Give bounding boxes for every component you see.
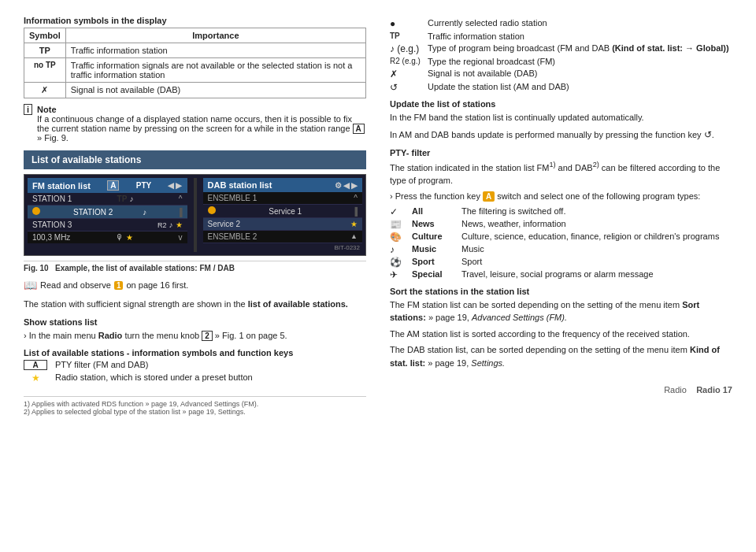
read-observe: 📖 Read and observe 1 on page 16 first. (24, 279, 366, 291)
pty-music-label: Music (412, 244, 455, 254)
update-station-text: Update the station list (AM and DAB) (428, 82, 732, 91)
dab-ensemble-1-label: ENSEMBLE 1 (208, 194, 258, 202)
show-stations-text: › In the main menu Radio turn the menu k… (24, 329, 366, 343)
dab-star-service2: ★ (350, 220, 358, 228)
sort-text-2: The AM station list is sorted according … (390, 328, 732, 341)
fm-station-3-label: STATION 3 (32, 220, 72, 229)
page-ref-badge: 1 (114, 281, 124, 290)
fm-station-3-icons: R2 ♪ ★ (158, 220, 183, 229)
pty-row-all: ✓ All The filtering is switched off. (390, 206, 732, 217)
fm-station-2-label: STATION 2 (73, 208, 113, 217)
dab-arrow-left[interactable]: ◀ (343, 181, 350, 190)
right-item-no-signal: ✗ Signal is not available (DAB) (390, 69, 732, 80)
dab-service-2-row[interactable]: Service 2 ★ (203, 218, 363, 231)
pty-all-label: All (412, 206, 455, 216)
importance-notp: Traffic information signals are not avai… (65, 58, 365, 83)
read-text-after: on page 16 first. (126, 280, 188, 290)
pty-types-list: ✓ All The filtering is switched off. 📰 N… (390, 206, 732, 280)
update-text-1: In the FM band the station list is conti… (390, 111, 732, 124)
pty-news-label: News (412, 219, 455, 228)
section-box-available-stations: List of available stations (24, 150, 366, 169)
radio-divider (194, 178, 197, 252)
pty-row-news: 📰 News News, weather, information (390, 219, 732, 230)
note-icon: i (24, 104, 32, 115)
fm-scrollbar-2: ▐ (176, 208, 182, 217)
symbol-notp: no TP (24, 58, 66, 83)
right-item-tp: TP Traffic information station (390, 31, 732, 41)
music-right-icon: ♪ (e.g.) (390, 43, 421, 54)
importance-nosignal: Signal is not available (DAB) (65, 83, 365, 98)
dab-ensemble-2-icon: ▲ (350, 232, 358, 240)
dab-nav-arrows[interactable]: ⚙ ◀ ▶ (335, 181, 358, 190)
fm-station-3-row[interactable]: STATION 3 R2 ♪ ★ (28, 219, 187, 232)
fm-arrow-left[interactable]: ◀ (168, 181, 174, 190)
fm-arrow-right[interactable]: ▶ (176, 181, 182, 190)
symbol-header: Symbol (24, 28, 66, 43)
pty-filter-label: PTY filter (FM and DAB) (55, 360, 148, 369)
page-number: Radio 17 (696, 385, 732, 395)
star-icon-3: ★ (176, 220, 183, 229)
music-icon-1: ♪ (129, 194, 133, 203)
note-text: If a continuous change of a displayed st… (37, 114, 352, 133)
refresh-icon: ↺ (390, 82, 421, 93)
right-item-update: ↺ Update the station list (AM and DAB) (390, 82, 732, 93)
regional-icon: R2 (e.g.) (390, 57, 421, 65)
table-row: TP Traffic information station (24, 43, 366, 58)
pty-row-sport: ⚽ Sport Sport (390, 257, 732, 268)
dab-arrow-right[interactable]: ▶ (351, 181, 358, 190)
pty-filter-text: The station indicated in the station lis… (390, 160, 732, 187)
dab-ensemble-1-row[interactable]: ENSEMBLE 1 ^ (203, 192, 363, 205)
fm-footer: 100,3 MHz 🎙 ★ v (28, 232, 187, 243)
dab-service-2-label: Service 2 (208, 220, 241, 228)
importance-tp: Traffic information station (65, 43, 365, 58)
dab-ensemble-1-arrow[interactable]: ^ (354, 194, 358, 202)
pty-instruction: › Press the function key A switch and se… (390, 190, 732, 203)
fm-station-1-row[interactable]: STATION 1 TP ♪ ^ (28, 193, 187, 206)
regional-text: Type the regional broadcast (FM) (428, 57, 732, 66)
pty-row-music: ♪ Music Music (390, 244, 732, 255)
r2-icon: R2 (158, 221, 167, 229)
note-box: i Note If a continuous change of a displ… (24, 105, 366, 143)
dab-header: DAB station list ⚙ ◀ ▶ (203, 178, 363, 192)
no-signal-right-text: Signal is not available (DAB) (428, 69, 732, 78)
note-label: Note (37, 105, 56, 114)
dab-service-1-row[interactable]: Service 1 ▐ (203, 205, 363, 218)
pty-filter-box: A (24, 360, 47, 370)
fm-pty-box[interactable]: A (107, 180, 119, 191)
pty-culture-label: Culture (412, 232, 455, 241)
footnote-2: 2) Applies to selected global type of th… (24, 408, 366, 416)
importance-header: Importance (65, 28, 365, 43)
fm-nav-arrows[interactable]: ◀ ▶ (168, 181, 182, 190)
info-table-title: Information symbols in the display (24, 16, 366, 25)
right-symbols: ● Currently selected radio station TP Tr… (390, 18, 732, 93)
fm-arrow-up-1[interactable]: ^ (179, 194, 183, 203)
sort-text-1: The FM station list can be sorted depend… (390, 298, 732, 324)
page-number-area: Radio Radio 17 (390, 385, 732, 395)
preset-star-label: Radio station, which is stored under a p… (55, 372, 253, 382)
list-info-item-star: ★ Radio station, which is stored under a… (24, 372, 366, 383)
note-ref-a: A (353, 124, 365, 134)
fm-column: FM station list A PTY ◀ ▶ STATION 1 TP ♪… (28, 178, 187, 252)
selected-station-icon: ● (390, 18, 421, 29)
star-icon-footer: ★ (126, 233, 133, 242)
sort-heading: Sort the stations in the station list (390, 287, 732, 296)
footnote-1: 1) Applies with activated RDS function »… (24, 400, 366, 408)
fm-arrow-down[interactable]: v (178, 233, 182, 242)
dab-settings-icon[interactable]: ⚙ (335, 181, 342, 190)
pty-music-icon: ♪ (390, 244, 406, 255)
selected-station-text: Currently selected radio station (428, 18, 732, 28)
fm-station-1-icons: TP ♪ (117, 194, 134, 203)
fm-station-2-row[interactable]: STATION 2 ♪ ▐ (28, 206, 187, 219)
fm-station-2-icons: ♪ (143, 208, 146, 217)
radio-label: Radio (664, 385, 687, 395)
pty-row-special: ✈ Special Travel, leisure, social progra… (390, 269, 732, 280)
tp-icon: TP (117, 194, 128, 203)
radio-panel: FM station list A PTY ◀ ▶ STATION 1 TP ♪… (24, 174, 366, 256)
info-symbols-table: Symbol Importance TP Traffic information… (24, 28, 366, 98)
pty-row-culture: 🎨 Culture Culture, science, education, f… (390, 232, 732, 243)
table-row: ✗ Signal is not available (DAB) (24, 83, 366, 98)
right-item-selected: ● Currently selected radio station (390, 18, 732, 29)
pty-culture-icon: 🎨 (390, 232, 406, 243)
dab-ensemble-2-row[interactable]: ENSEMBLE 2 ▲ (203, 231, 363, 243)
pty-music-text: Music (461, 244, 484, 254)
